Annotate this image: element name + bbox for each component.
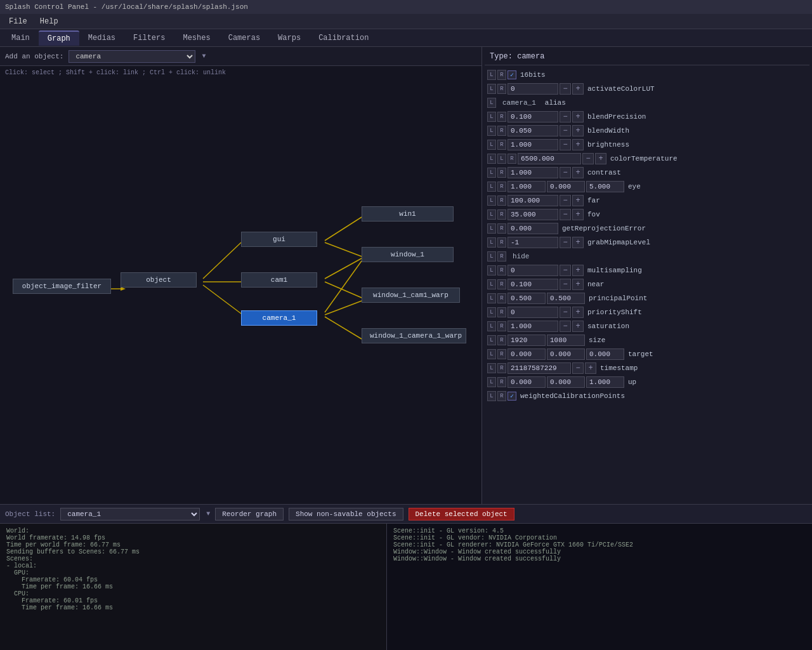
prop-r-btn[interactable]: R xyxy=(497,349,506,359)
prop-r-btn[interactable]: R xyxy=(497,377,506,387)
node-window-1-cam1-warp[interactable]: window_1_cam1_warp xyxy=(362,288,460,303)
menu-file[interactable]: File xyxy=(3,16,34,27)
prop-minus-btn[interactable]: − xyxy=(582,153,594,164)
prop-l-btn[interactable]: L xyxy=(487,349,496,359)
prop-l-btn[interactable]: L xyxy=(487,140,496,150)
prop-r-btn[interactable]: R xyxy=(497,168,506,178)
prop-r-btn[interactable]: R xyxy=(497,209,506,220)
node-cam1[interactable]: cam1 xyxy=(241,272,317,288)
prop-l-btn[interactable]: L xyxy=(487,182,496,192)
prop-l-btn[interactable]: L xyxy=(487,168,496,178)
prop-input-far[interactable] xyxy=(508,195,558,206)
prop-plus-btn[interactable]: + xyxy=(572,195,584,206)
prop-input-up3[interactable] xyxy=(586,376,624,388)
prop-r-btn[interactable]: R xyxy=(497,182,506,192)
prop-plus-btn[interactable]: + xyxy=(572,279,584,290)
prop-minus-btn[interactable]: − xyxy=(560,83,571,95)
tab-cameras[interactable]: Cameras xyxy=(219,31,269,45)
prop-input-up1[interactable] xyxy=(508,376,546,388)
prop-plus-btn[interactable]: + xyxy=(572,139,584,150)
prop-l-btn[interactable]: L xyxy=(487,335,496,345)
prop-l2-btn[interactable]: L xyxy=(497,154,506,164)
node-camera-1[interactable]: camera_1 xyxy=(241,310,317,326)
prop-l-btn[interactable]: L xyxy=(487,391,496,401)
prop-input-saturation[interactable] xyxy=(508,321,558,332)
prop-input-target2[interactable] xyxy=(547,348,585,360)
prop-r-btn[interactable]: R xyxy=(497,126,506,136)
delete-selected-btn[interactable]: Delete selected object xyxy=(409,508,514,521)
prop-minus-btn[interactable]: − xyxy=(560,209,571,220)
object-list-select[interactable]: camera_1 xyxy=(60,508,200,521)
prop-r-btn[interactable]: R xyxy=(497,223,506,234)
prop-l-btn[interactable]: L xyxy=(487,279,496,289)
prop-l-btn[interactable]: L xyxy=(487,377,496,387)
prop-input-contrast[interactable] xyxy=(508,167,558,178)
prop-input-size-w[interactable] xyxy=(508,335,546,346)
prop-input-up2[interactable] xyxy=(547,376,585,388)
add-object-select[interactable]: camera xyxy=(69,50,195,63)
prop-input-size-h[interactable] xyxy=(547,335,585,346)
prop-plus-btn[interactable]: + xyxy=(572,167,584,178)
prop-l-btn[interactable]: L xyxy=(487,307,496,317)
node-window-1-camera-1-warp[interactable]: window_1_camera_1_warp xyxy=(362,328,466,343)
prop-plus-btn[interactable]: + xyxy=(572,265,584,276)
prop-r-btn[interactable]: R xyxy=(497,293,506,303)
prop-r-btn[interactable]: R xyxy=(497,363,506,373)
prop-minus-btn[interactable]: − xyxy=(560,265,571,276)
prop-input-grabmipmap[interactable] xyxy=(508,237,558,248)
prop-plus-btn[interactable]: + xyxy=(572,307,584,318)
prop-plus-btn[interactable]: + xyxy=(572,125,584,136)
prop-checkbox-16bits[interactable]: ✓ xyxy=(508,70,516,79)
prop-input-multisampling[interactable] xyxy=(508,265,558,276)
prop-plus-btn[interactable]: + xyxy=(572,237,584,248)
prop-plus-btn[interactable]: + xyxy=(572,83,584,95)
prop-r-btn[interactable]: R xyxy=(497,265,506,275)
tab-filters[interactable]: Filters xyxy=(124,31,174,45)
prop-input-pp2[interactable] xyxy=(547,293,585,304)
prop-l-btn[interactable]: L xyxy=(487,363,496,373)
tab-warps[interactable]: Warps xyxy=(269,31,310,45)
prop-input-eye3[interactable] xyxy=(586,181,624,192)
prop-l-btn[interactable]: L xyxy=(487,223,496,234)
tab-meshes[interactable]: Meshes xyxy=(174,31,219,45)
prop-input-near[interactable] xyxy=(508,279,558,290)
prop-r-btn[interactable]: R xyxy=(497,84,506,94)
prop-l-btn[interactable]: L xyxy=(487,251,496,262)
prop-l-btn[interactable]: L xyxy=(487,265,496,275)
prop-minus-btn[interactable]: − xyxy=(560,307,571,318)
prop-l-btn[interactable]: L xyxy=(487,126,496,136)
prop-minus-btn[interactable]: − xyxy=(560,279,571,290)
prop-minus-btn[interactable]: − xyxy=(560,237,571,248)
prop-r-btn[interactable]: R xyxy=(497,335,506,345)
node-object-image-filter[interactable]: object_image_filter xyxy=(13,279,111,294)
prop-input-fov[interactable] xyxy=(508,209,558,220)
prop-checkbox-wcpoints[interactable]: ✓ xyxy=(508,392,516,401)
prop-input-timestamp[interactable] xyxy=(508,362,571,374)
prop-l-btn[interactable]: L xyxy=(487,293,496,303)
prop-input-blendwidth[interactable] xyxy=(508,125,558,136)
tab-graph[interactable]: Graph xyxy=(39,30,79,46)
prop-minus-btn[interactable]: − xyxy=(560,111,571,123)
prop-r-btn[interactable]: R xyxy=(497,70,506,80)
prop-r-btn[interactable]: R xyxy=(497,391,506,401)
prop-l-btn[interactable]: L xyxy=(487,98,496,108)
prop-minus-btn[interactable]: − xyxy=(560,321,571,332)
prop-l-btn[interactable]: L xyxy=(487,70,496,80)
prop-l-btn[interactable]: L xyxy=(487,112,496,122)
prop-l-btn[interactable]: L xyxy=(487,196,496,206)
prop-l-btn[interactable]: L xyxy=(487,321,496,331)
prop-r-btn[interactable]: R xyxy=(497,237,506,248)
prop-r-btn[interactable]: R xyxy=(497,196,506,206)
prop-minus-btn[interactable]: − xyxy=(560,195,571,206)
prop-l-btn[interactable]: L xyxy=(487,209,496,220)
node-window-1[interactable]: window_1 xyxy=(362,247,454,262)
prop-r-btn[interactable]: R xyxy=(508,154,516,164)
prop-r-btn[interactable]: R xyxy=(497,251,506,262)
prop-r-btn[interactable]: R xyxy=(497,321,506,331)
prop-r-btn[interactable]: R xyxy=(497,307,506,317)
tab-calibration[interactable]: Calibration xyxy=(310,31,377,45)
prop-input-colortemp[interactable] xyxy=(518,153,581,164)
prop-input-brightness[interactable] xyxy=(508,139,558,150)
prop-input-pp1[interactable] xyxy=(508,293,546,304)
prop-input-eye1[interactable] xyxy=(508,181,546,192)
